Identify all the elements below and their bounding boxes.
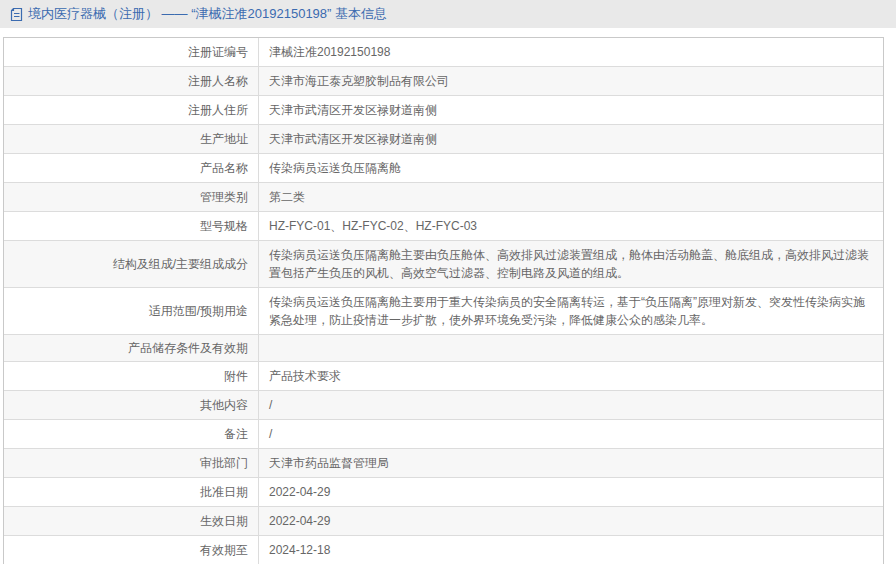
row-label: 其他内容 [4, 391, 259, 419]
row-label: 适用范围/预期用途 [4, 288, 259, 334]
row-label: 注册人住所 [4, 96, 259, 124]
document-icon [10, 7, 23, 22]
table-row: 附件 产品技术要求 [4, 361, 883, 390]
row-label: 有效期至 [4, 536, 259, 564]
row-label: 结构及组成/主要组成成分 [4, 241, 259, 287]
table-row: 备注 / [4, 419, 883, 448]
row-value: / [259, 391, 883, 419]
row-value: HZ-FYC-01、HZ-FYC-02、HZ-FYC-03 [259, 212, 883, 240]
row-label: 生效日期 [4, 507, 259, 535]
row-label: 注册证编号 [4, 38, 259, 66]
row-value: 产品技术要求 [259, 362, 883, 390]
table-row: 产品储存条件及有效期 [4, 334, 883, 361]
row-value: 天津市武清区开发区禄财道南侧 [259, 125, 883, 153]
row-label: 附件 [4, 362, 259, 390]
table-row: 生效日期 2022-04-29 [4, 506, 883, 535]
row-value: 天津市武清区开发区禄财道南侧 [259, 96, 883, 124]
table-row: 其他内容 / [4, 390, 883, 419]
table-row: 注册证编号 津械注准20192150198 [4, 38, 883, 66]
table-row: 批准日期 2022-04-29 [4, 477, 883, 506]
row-label: 产品名称 [4, 154, 259, 182]
row-value: 天津市海正泰克塑胶制品有限公司 [259, 67, 883, 95]
row-value: 传染病员运送负压隔离舱 [259, 154, 883, 182]
row-value: 第二类 [259, 183, 883, 211]
row-value: 津械注准20192150198 [259, 38, 883, 66]
table-row: 适用范围/预期用途 传染病员运送负压隔离舱主要用于重大传染病员的安全隔离转运，基… [4, 287, 883, 334]
row-value [259, 335, 883, 361]
table-row: 生产地址 天津市武清区开发区禄财道南侧 [4, 124, 883, 153]
table-row: 审批部门 天津市药品监督管理局 [4, 448, 883, 477]
row-value: / [259, 420, 883, 448]
table-row: 产品名称 传染病员运送负压隔离舱 [4, 153, 883, 182]
row-label: 型号规格 [4, 212, 259, 240]
row-label: 审批部门 [4, 449, 259, 477]
row-value: 传染病员运送负压隔离舱主要用于重大传染病员的安全隔离转运，基于“负压隔离”原理对… [259, 288, 883, 334]
row-label: 生产地址 [4, 125, 259, 153]
page-header: 境内医疗器械（注册） —— “津械注准20192150198” 基本信息 [0, 0, 896, 28]
table-row: 型号规格 HZ-FYC-01、HZ-FYC-02、HZ-FYC-03 [4, 211, 883, 240]
row-label: 批准日期 [4, 478, 259, 506]
page-title: 境内医疗器械（注册） —— “津械注准20192150198” 基本信息 [28, 5, 387, 23]
row-value: 2022-04-29 [259, 478, 883, 506]
table-row: 管理类别 第二类 [4, 182, 883, 211]
registration-info-table: 注册证编号 津械注准20192150198 注册人名称 天津市海正泰克塑胶制品有… [3, 37, 884, 564]
table-row: 注册人名称 天津市海正泰克塑胶制品有限公司 [4, 66, 883, 95]
row-value: 传染病员运送负压隔离舱主要由负压舱体、高效排风过滤装置组成，舱体由活动舱盖、舱底… [259, 241, 883, 287]
table-row: 结构及组成/主要组成成分 传染病员运送负压隔离舱主要由负压舱体、高效排风过滤装置… [4, 240, 883, 287]
table-row: 有效期至 2024-12-18 [4, 535, 883, 564]
row-value: 天津市药品监督管理局 [259, 449, 883, 477]
row-value: 2024-12-18 [259, 536, 883, 564]
row-label: 备注 [4, 420, 259, 448]
row-label: 管理类别 [4, 183, 259, 211]
table-row: 注册人住所 天津市武清区开发区禄财道南侧 [4, 95, 883, 124]
row-value: 2022-04-29 [259, 507, 883, 535]
row-label: 注册人名称 [4, 67, 259, 95]
row-label: 产品储存条件及有效期 [4, 335, 259, 361]
